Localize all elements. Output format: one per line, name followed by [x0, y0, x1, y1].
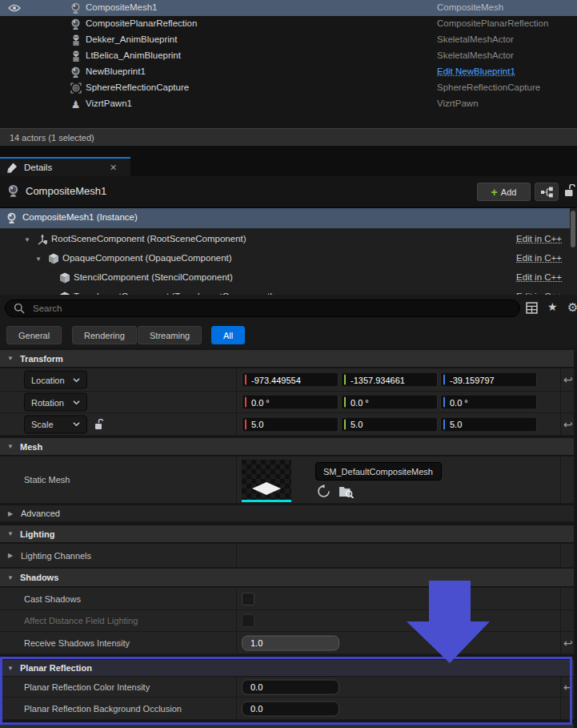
- actor-type: VizrtPawn: [437, 99, 479, 108]
- value: 0.0 °: [251, 397, 270, 407]
- scale-y-input[interactable]: 5.0: [341, 416, 438, 432]
- scale-z-input[interactable]: 5.0: [440, 416, 537, 432]
- location-z-input[interactable]: -39.159797: [440, 372, 537, 388]
- static-mesh-thumbnail[interactable]: [242, 460, 291, 502]
- rotation-z-input[interactable]: 0.0 °: [440, 395, 537, 410]
- value: 0.0 °: [351, 397, 369, 407]
- chevron-down-icon[interactable]: ▼: [24, 236, 30, 243]
- rotation-x-input[interactable]: 0.0 °: [242, 395, 339, 410]
- edit-in-cpp-link[interactable]: Edit in C++: [516, 272, 562, 282]
- display-options-grid-icon[interactable]: [526, 302, 538, 314]
- unlocked-lock-icon[interactable]: [564, 184, 575, 197]
- section-planar-reflection[interactable]: ▼ Planar Reflection: [0, 660, 574, 677]
- receive-shadows-intensity-input[interactable]: 1.0: [242, 635, 339, 650]
- outliner-row-newblueprint1[interactable]: NewBlueprint1 Edit NewBlueprint1: [0, 64, 577, 80]
- reset-to-default-icon[interactable]: ↩: [563, 682, 573, 693]
- row-planar-background-occlusion: Planar Reflection Background Occlusion 0…: [0, 698, 574, 720]
- actor-name: NewBlueprint1: [86, 66, 146, 76]
- edit-blueprint-link[interactable]: Edit NewBlueprint1: [437, 66, 515, 76]
- filter-general[interactable]: General: [6, 326, 62, 344]
- planar-background-occlusion-input[interactable]: 0.0: [242, 701, 339, 716]
- tab-details[interactable]: Details ✕: [0, 157, 130, 176]
- chevron-down-icon[interactable]: ▼: [7, 355, 15, 362]
- planar-color-intensity-input[interactable]: 0.0: [242, 679, 339, 694]
- scale-lock-icon[interactable]: [94, 419, 104, 430]
- reset-to-default-icon[interactable]: ↩: [563, 374, 573, 385]
- section-label: Transform: [20, 354, 63, 364]
- plus-icon: +: [491, 187, 498, 198]
- search-input[interactable]: [31, 303, 511, 314]
- value: 0.0: [250, 704, 262, 714]
- outliner-row-dekker[interactable]: Dekker_AnimBlueprint SkeletalMeshActor: [0, 32, 577, 48]
- details-actor-header: CompositeMesh1 + Add: [0, 176, 577, 207]
- actor-name: VizrtPawn1: [86, 99, 132, 108]
- chevron-down-icon[interactable]: ▼: [7, 443, 15, 450]
- location-x-input[interactable]: -973.449554: [242, 372, 339, 388]
- rotation-y-input[interactable]: 0.0 °: [341, 395, 438, 410]
- affect-distance-field-checkbox[interactable]: [242, 614, 254, 627]
- section-lighting[interactable]: ▼ Lighting: [0, 525, 574, 543]
- location-y-input[interactable]: -1357.934661: [341, 372, 438, 388]
- filter-all[interactable]: All: [211, 326, 245, 344]
- section-label: Mesh: [20, 442, 42, 452]
- actor-name: LtBelica_AnimBlueprint: [86, 50, 181, 60]
- outliner-row-spherereflectioncapture[interactable]: SphereReflectionCapture SphereReflection…: [0, 80, 577, 96]
- section-mesh[interactable]: ▼ Mesh: [0, 438, 574, 456]
- visibility-eye-icon[interactable]: [8, 4, 21, 12]
- component-row-instance[interactable]: CompositeMesh1 (Instance): [0, 208, 570, 228]
- chevron-down-icon[interactable]: ▼: [7, 574, 15, 581]
- section-shadows[interactable]: ▼ Shadows: [0, 569, 574, 587]
- chevron-down-icon[interactable]: ▼: [7, 665, 15, 672]
- close-icon[interactable]: ✕: [110, 163, 117, 173]
- filter-streaming[interactable]: Streaming: [138, 326, 202, 344]
- outliner-row-ltbelica[interactable]: LtBelica_AnimBlueprint SkeletalMeshActor: [0, 48, 577, 64]
- row-rotation: Rotation 0.0 ° 0.0 ° 0.0 °: [0, 392, 574, 413]
- value: 5.0: [251, 420, 263, 429]
- row-lighting-channels[interactable]: ▶ Lighting Channels: [0, 544, 574, 568]
- rotation-type-dropdown[interactable]: Rotation: [24, 393, 87, 412]
- component-row-translucent[interactable]: TranslucentComponent (TranslucentCompone…: [0, 288, 570, 295]
- add-component-button[interactable]: + Add: [477, 183, 531, 201]
- component-row-opaque[interactable]: ▼ OpaqueComponent (OpaqueComponent) Edit…: [0, 249, 570, 269]
- cast-shadows-checkbox[interactable]: [242, 593, 254, 605]
- outliner-row-compositemesh1[interactable]: CompositeMesh1 CompositeMesh: [0, 0, 577, 16]
- advanced-label: Advanced: [21, 509, 60, 518]
- property-label: Cast Shadows: [24, 594, 81, 604]
- component-row-stencil[interactable]: StencilComponent (StencilComponent) Edit…: [0, 268, 570, 288]
- location-type-dropdown[interactable]: Location: [24, 371, 87, 389]
- scale-x-input[interactable]: 5.0: [242, 416, 339, 432]
- chevron-right-icon[interactable]: ▶: [8, 552, 16, 559]
- search-field[interactable]: [5, 300, 520, 317]
- section-transform[interactable]: ▼ Transform: [0, 350, 574, 368]
- component-label: OpaqueComponent (OpaqueComponent): [62, 253, 232, 263]
- search-bar-row: ★ ⚙: [0, 295, 577, 322]
- row-advanced[interactable]: ▶ Advanced: [0, 505, 574, 522]
- favorites-star-icon[interactable]: ★: [547, 301, 558, 312]
- value: 5.0: [351, 420, 363, 429]
- scale-type-dropdown[interactable]: Scale: [24, 415, 87, 433]
- row-receive-shadows-intensity: Receive Shadows Intensity 1.0 ↩: [0, 632, 574, 654]
- reset-to-default-icon[interactable]: ↩: [563, 638, 573, 649]
- filter-rendering[interactable]: Rendering: [72, 326, 137, 344]
- outliner-panel: CompositeMesh1 CompositeMesh CompositePl…: [0, 0, 577, 128]
- edit-in-cpp-link[interactable]: Edit in C++: [516, 234, 562, 243]
- blueprint-hierarchy-button[interactable]: [535, 183, 559, 201]
- browse-to-asset-icon[interactable]: [339, 485, 354, 498]
- component-row-rootscene[interactable]: ▼ RootSceneComponent (RootSceneComponent…: [0, 230, 570, 250]
- static-mesh-dropdown[interactable]: SM_DefaultCompositeMesh: [315, 462, 442, 481]
- chevron-down-icon[interactable]: ▼: [35, 255, 42, 263]
- outliner-row-vizrtpawn1[interactable]: ♟ VizrtPawn1 VizrtPawn: [0, 96, 577, 112]
- section-clipped[interactable]: ▼ Shading: [0, 724, 574, 728]
- use-selected-asset-icon[interactable]: [317, 485, 331, 498]
- chevron-right-icon[interactable]: ▶: [8, 510, 16, 517]
- reset-to-default-icon[interactable]: ↩: [563, 419, 573, 430]
- actor-type: SkeletalMeshActor: [437, 50, 514, 60]
- scrollbar[interactable]: [571, 211, 575, 247]
- row-affect-distance-field: Affect Distance Field Lighting: [0, 610, 574, 632]
- actor-name: SphereReflectionCapture: [86, 82, 189, 92]
- outliner-row-compositeplanarreflection[interactable]: CompositePlanarReflection CompositePlana…: [0, 16, 577, 32]
- edit-in-cpp-link[interactable]: Edit in C++: [516, 253, 562, 263]
- chevron-down-icon[interactable]: ▼: [7, 530, 15, 537]
- settings-gear-icon[interactable]: ⚙: [567, 301, 577, 313]
- search-icon: [14, 303, 25, 314]
